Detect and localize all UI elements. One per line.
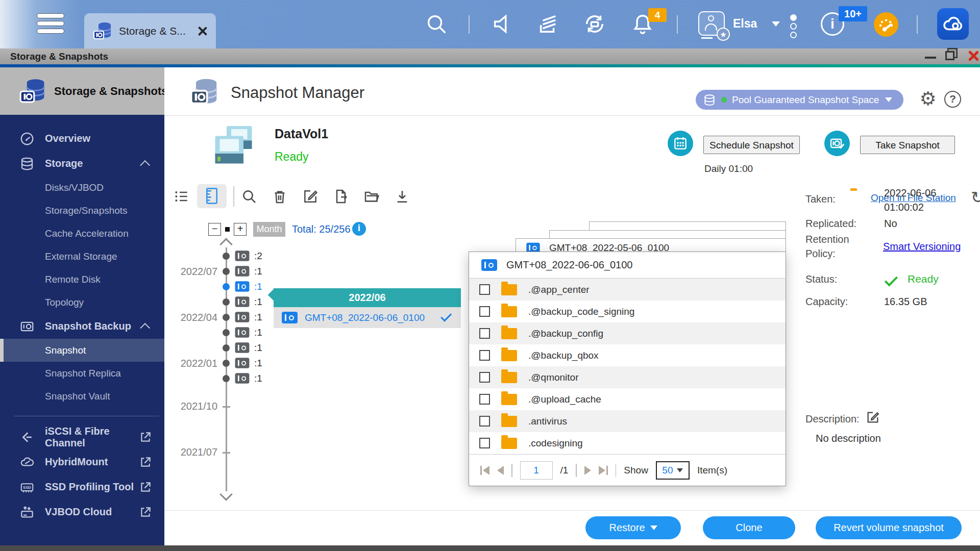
file-row-app-center[interactable]: .@app_center (469, 279, 786, 300)
minimize-icon[interactable] (925, 57, 936, 59)
timeline-month-label: 2022/01 (164, 357, 217, 370)
sidebar-item-snapshot-backup[interactable]: Snapshot Backup (0, 314, 164, 339)
sidebar-item-cache-acceleration[interactable]: Cache Acceleration (0, 222, 164, 245)
storage-snapshots-app-icon (18, 77, 47, 106)
timeline-dot (223, 375, 230, 382)
snapshot-count: :1 (254, 280, 262, 293)
checkbox[interactable] (479, 328, 490, 339)
help-icon[interactable] (944, 91, 961, 108)
browse-folder-icon[interactable] (363, 188, 380, 205)
schedule-calendar-icon[interactable] (668, 131, 693, 156)
edit-description-icon[interactable] (866, 410, 880, 424)
sidebar-item-storage-snapshots[interactable]: Storage/Snapshots (0, 199, 164, 222)
sidebar-item-label: SSD Profiling Tool (45, 481, 134, 493)
status-check-icon (885, 273, 898, 286)
snapshot-count: :2 (254, 249, 262, 263)
sidebar-item-remote-disk[interactable]: Remote Disk (0, 268, 164, 291)
zoom-in-button[interactable] (234, 223, 247, 236)
sidebar-item-vjbod-cloud[interactable]: VJBOD Cloud (0, 499, 164, 524)
file-row-codesigning[interactable]: .codesigning (469, 432, 786, 454)
app-tab-storage-snapshots[interactable]: Storage & S... (84, 13, 216, 48)
file-row-backup-qbox[interactable]: .@backup_qbox (469, 344, 786, 366)
maximize-icon[interactable] (945, 51, 954, 60)
sidebar-item-hybridmount[interactable]: HybridMount (0, 449, 164, 474)
download-icon[interactable] (394, 188, 410, 205)
resource-monitor-icon[interactable] (874, 12, 898, 37)
revert-label: Revert volume snapshot (834, 522, 944, 534)
info-icon[interactable] (352, 222, 366, 236)
refresh-icon-clipped[interactable]: ↻ (971, 188, 980, 206)
zoom-out-button[interactable] (208, 223, 221, 236)
checkbox[interactable] (479, 350, 490, 361)
edit-snapshot-icon[interactable] (302, 188, 318, 205)
selected-snapshot-row[interactable]: GMT+08_2022-06-06_0100 (274, 307, 461, 328)
search-snapshot-icon[interactable] (241, 188, 257, 205)
close-icon[interactable] (968, 50, 979, 61)
sidebar-item-snapshot[interactable]: Snapshot (0, 339, 164, 362)
file-row-antivirus[interactable]: .antivirus (469, 410, 786, 432)
user-menu-caret-icon[interactable] (772, 21, 780, 27)
sidebar-item-external-storage[interactable]: External Storage (0, 245, 164, 268)
sidebar-item-topology[interactable]: Topology (0, 291, 164, 314)
external-link-icon (139, 481, 152, 494)
sidebar-item-snapshot-vault[interactable]: Snapshot Vault (0, 385, 164, 408)
smart-versioning-link[interactable]: Smart Versioning (883, 241, 961, 253)
sidebar-item-label: Cache Acceleration (45, 228, 129, 239)
take-snapshot-button[interactable]: Take Snapshot (860, 136, 955, 154)
footer-divider (164, 510, 980, 511)
user-avatar[interactable]: ★ (698, 11, 725, 36)
checkbox[interactable] (479, 438, 490, 448)
background-tasks-icon[interactable] (537, 12, 560, 36)
sidebar-item-snapshot-replica[interactable]: Snapshot Replica (0, 362, 164, 385)
more-options-icon[interactable] (790, 12, 797, 40)
last-page-icon[interactable] (599, 466, 608, 475)
notification-speaker-icon[interactable] (491, 12, 514, 36)
checkbox[interactable] (479, 284, 490, 295)
sidebar-item-overview[interactable]: Overview (0, 126, 164, 151)
schedule-snapshot-button[interactable]: Schedule Snapshot (703, 136, 800, 154)
settings-gear-icon[interactable] (918, 89, 938, 109)
user-name[interactable]: Elsa (733, 17, 757, 31)
checkbox[interactable] (479, 394, 490, 405)
export-snapshot-icon[interactable] (333, 188, 349, 205)
snapshot-count: :1 (254, 341, 262, 355)
file-row-backup-config[interactable]: .@backup_config (469, 322, 786, 344)
clone-button[interactable]: Clone (703, 516, 795, 539)
revert-volume-snapshot-button[interactable]: Revert volume snapshot (816, 516, 962, 539)
sidebar-item-iscsi-fibre-channel[interactable]: iSCSI & Fibre Channel (0, 424, 164, 449)
zoom-slider-knob[interactable] (225, 227, 230, 232)
search-icon[interactable] (425, 12, 448, 36)
take-snapshot-camera-icon[interactable] (824, 131, 850, 156)
delete-snapshot-icon[interactable] (272, 188, 288, 205)
list-view-icon[interactable] (174, 188, 190, 205)
pool-space-dropdown[interactable]: Pool Guaranteed Snapshot Space (696, 90, 903, 110)
status-value: Ready (908, 273, 939, 285)
previous-page-icon[interactable] (497, 466, 504, 475)
next-page-icon[interactable] (584, 466, 591, 475)
sidebar-item-label: HybridMount (45, 456, 108, 468)
sidebar-item-disks-vjbod[interactable]: Disks/VJBOD (0, 176, 164, 199)
file-row-backup-code-signing[interactable]: .@backup_code_signing (469, 300, 786, 322)
checkbox[interactable] (479, 416, 490, 427)
restore-button[interactable]: Restore (585, 516, 681, 539)
timeline-month-label: 2021/10 (164, 400, 217, 412)
sidebar-item-ssd-profiling-tool[interactable]: SSDSSD Profiling Tool (0, 474, 164, 499)
file-row-upload-cache[interactable]: .@upload_cache (469, 388, 786, 410)
snapshot-file-popup: GMT+08_2022-06-06_0100 .@app_center.@bac… (469, 252, 786, 486)
snapshot-camera-icon (235, 358, 250, 368)
checkbox[interactable] (479, 372, 490, 383)
topbar-divider (677, 15, 678, 34)
myqnapcloud-icon[interactable] (937, 8, 969, 40)
timeline-month-label: 2021/07 (164, 446, 217, 458)
show-label: Show (624, 465, 648, 476)
tab-close-icon[interactable] (197, 26, 208, 37)
page-size-dropdown[interactable]: 50 (656, 461, 690, 480)
page-number-input[interactable] (520, 461, 553, 480)
sync-icon[interactable] (583, 12, 606, 36)
main-menu-icon[interactable] (37, 11, 66, 38)
file-row-qmonitor[interactable]: .@qmonitor (469, 366, 786, 388)
timeline-view-button[interactable] (197, 184, 227, 208)
checkbox[interactable] (479, 306, 490, 317)
first-page-icon[interactable] (480, 466, 489, 475)
sidebar-item-storage[interactable]: Storage (0, 151, 164, 176)
